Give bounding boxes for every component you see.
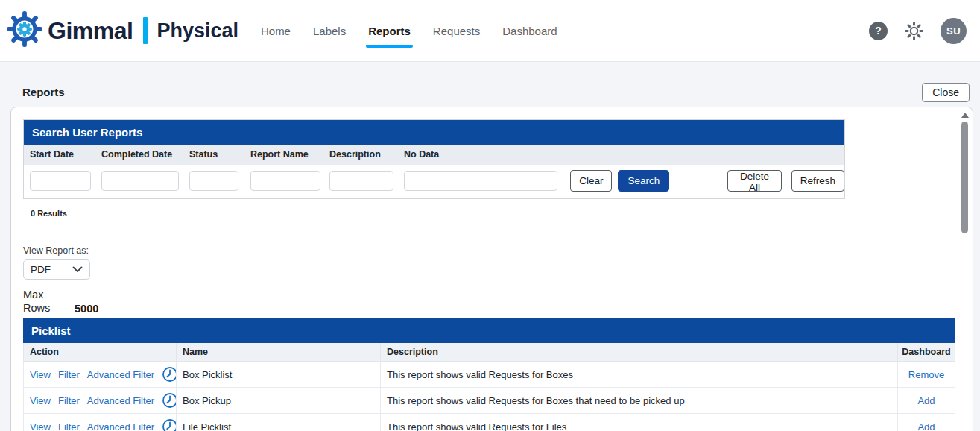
- schedule-clock-icon[interactable]: [162, 366, 176, 383]
- reports-panel: Search User Reports Start Date Completed…: [10, 107, 973, 431]
- view-report-as-label: View Report as:: [23, 245, 973, 256]
- column-header-status: Status: [189, 149, 250, 160]
- column-header-description: Description: [329, 149, 404, 160]
- report-description-cell: This report shows valid Requests for Box…: [381, 362, 898, 388]
- filter-link[interactable]: Filter: [58, 369, 80, 380]
- report-description-cell: This report shows valid Requests for Box…: [381, 388, 898, 414]
- app-header: Gimmal Physical Home Labels Reports Requ…: [0, 0, 980, 62]
- chevron-down-icon: [72, 264, 83, 275]
- view-link[interactable]: View: [30, 421, 51, 431]
- report-description-cell: This report shows valid Requests for Fil…: [381, 414, 898, 431]
- settings-gear-icon[interactable]: [904, 21, 924, 41]
- user-avatar[interactable]: SU: [941, 18, 967, 44]
- clear-button[interactable]: Clear: [570, 170, 612, 192]
- main-nav: Home Labels Reports Requests Dashboard: [261, 22, 557, 40]
- page-title-row: Reports Close: [0, 62, 980, 107]
- report-name-cell: File Picklist: [177, 414, 381, 431]
- product-name: Physical: [157, 19, 238, 43]
- delete-all-button[interactable]: Delete All: [727, 170, 782, 192]
- nav-item-requests[interactable]: Requests: [433, 22, 480, 40]
- column-header-start-date: Start Date: [30, 149, 101, 160]
- no-data-input[interactable]: [404, 171, 557, 191]
- advanced-filter-link[interactable]: Advanced Filter: [87, 421, 154, 431]
- picklist-section: Picklist Action Name Description Dashboa…: [23, 318, 955, 431]
- picklist-table: Action Name Description Dashboard View F…: [23, 343, 955, 431]
- help-icon[interactable]: ?: [869, 22, 888, 40]
- search-filter-headers: Start Date Completed Date Status Report …: [24, 145, 844, 165]
- filter-link[interactable]: Filter: [58, 395, 80, 406]
- help-glyph: ?: [875, 25, 882, 37]
- gimmal-gear-logo-icon: [6, 10, 43, 51]
- table-row: View Filter Advanced Filter File Pic: [24, 414, 955, 431]
- avatar-initials: SU: [946, 25, 961, 37]
- dashboard-remove-link[interactable]: Remove: [908, 369, 944, 380]
- schedule-clock-icon[interactable]: [162, 392, 176, 409]
- scrollbar-up-arrow-icon[interactable]: [961, 113, 969, 118]
- nav-item-reports[interactable]: Reports: [368, 22, 411, 40]
- report-name-input[interactable]: [250, 171, 320, 191]
- nav-item-labels[interactable]: Labels: [313, 22, 346, 40]
- completed-date-input[interactable]: [101, 171, 179, 191]
- max-rows-label: Max Rows: [23, 288, 75, 315]
- view-link[interactable]: View: [30, 369, 51, 380]
- dashboard-add-link[interactable]: Add: [917, 421, 935, 431]
- header-actions: ? SU: [869, 18, 967, 44]
- picklist-column-dashboard: Dashboard: [898, 343, 955, 362]
- advanced-filter-link[interactable]: Advanced Filter: [87, 395, 154, 406]
- report-format-select[interactable]: PDF: [23, 259, 90, 280]
- view-link[interactable]: View: [30, 395, 51, 406]
- nav-item-dashboard[interactable]: Dashboard: [502, 22, 557, 40]
- close-button[interactable]: Close: [922, 83, 970, 102]
- report-name-cell: Box Picklist: [177, 362, 381, 388]
- brand-name: Gimmal: [48, 17, 133, 45]
- report-name-cell: Box Pickup: [177, 388, 381, 414]
- schedule-clock-icon[interactable]: [162, 418, 176, 431]
- description-input[interactable]: [329, 171, 393, 191]
- picklist-section-title: Picklist: [23, 318, 955, 343]
- picklist-header-row: Action Name Description Dashboard: [24, 343, 955, 362]
- column-header-completed-date: Completed Date: [101, 149, 189, 160]
- dashboard-add-link[interactable]: Add: [917, 395, 935, 406]
- page-title: Reports: [22, 86, 65, 98]
- picklist-column-description: Description: [381, 343, 898, 362]
- status-input[interactable]: [189, 171, 238, 191]
- search-section-title: Search User Reports: [24, 120, 844, 145]
- scrollbar-thumb[interactable]: [961, 122, 968, 233]
- picklist-column-action: Action: [24, 343, 177, 362]
- brand-divider: [143, 17, 148, 44]
- vertical-scrollbar[interactable]: [960, 110, 970, 431]
- table-row: View Filter Advanced Filter Box Pick: [24, 362, 955, 388]
- max-rows-label-line1: Max: [23, 288, 75, 301]
- report-format-selected-value: PDF: [31, 264, 51, 275]
- picklist-column-name: Name: [177, 343, 381, 362]
- max-rows-value: 5000: [75, 303, 98, 315]
- column-header-report-name: Report Name: [250, 149, 329, 160]
- table-row: View Filter Advanced Filter Box Pick: [24, 388, 955, 414]
- search-filter-row: Clear Search Delete All Refresh: [24, 165, 844, 198]
- search-button[interactable]: Search: [618, 170, 669, 192]
- max-rows-label-line2: Rows: [23, 301, 75, 315]
- nav-item-home[interactable]: Home: [261, 22, 291, 40]
- refresh-button[interactable]: Refresh: [791, 170, 844, 192]
- start-date-input[interactable]: [30, 171, 91, 191]
- max-rows-row: Max Rows 5000: [23, 288, 973, 315]
- app-logo[interactable]: Gimmal Physical: [6, 10, 238, 51]
- column-header-no-data: No Data: [404, 149, 553, 160]
- search-user-reports-section: Search User Reports Start Date Completed…: [23, 119, 845, 199]
- filter-link[interactable]: Filter: [58, 421, 80, 431]
- advanced-filter-link[interactable]: Advanced Filter: [87, 369, 154, 380]
- results-count: 0 Results: [31, 209, 973, 218]
